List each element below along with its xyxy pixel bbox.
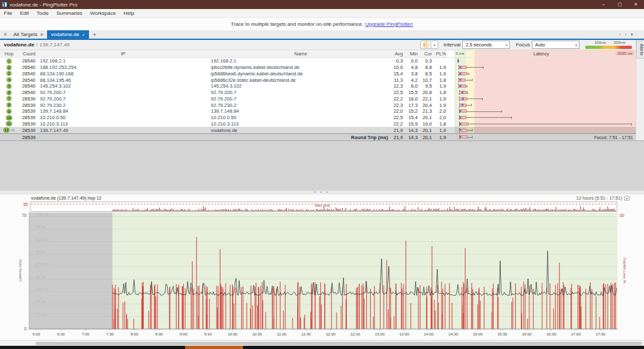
- table-row[interactable]: 112853910.210.3.11310.210.3.11322,215,51…: [0, 121, 636, 127]
- scrollbar-thumb[interactable]: [35, 342, 642, 345]
- min-cell: 15,2: [404, 108, 418, 114]
- avg-cell: 12,3: [392, 83, 404, 89]
- latency-max-whisker: [465, 80, 472, 80]
- ip-address: 188.192.253.254: [40, 64, 76, 70]
- tab-all-targets[interactable]: All Targets ✕: [10, 30, 47, 39]
- table-row[interactable]: 72853992.79.200.792.79.200.722,216,022,1…: [0, 96, 636, 102]
- svg-text:13:00: 13:00: [375, 332, 385, 336]
- menu-item-tools[interactable]: Tools: [33, 9, 53, 18]
- pause-dropdown[interactable]: ▾: [431, 41, 438, 49]
- table-row[interactable]: 12ılı28539139.7.147.49vodafone.de21,914,…: [0, 127, 636, 133]
- upgrade-link[interactable]: Upgrade PingPlotter!: [366, 21, 413, 27]
- hop-number-badge: 2: [6, 65, 12, 70]
- name-cell: 92.79.230.2: [210, 102, 392, 108]
- timeline-chart[interactable]: 35Jitter (ms)7,5 ms15 ms22,5 ms30 ms37,5…: [0, 202, 644, 340]
- name-cell: 145.254.3.102: [210, 83, 392, 89]
- latency-max-label: 2065 ms: [616, 51, 634, 55]
- menu-item-workspace[interactable]: Workspace: [86, 9, 120, 18]
- ip-address: 88.134.190.166: [40, 71, 73, 77]
- col-min[interactable]: Min: [404, 50, 418, 57]
- timeline-range-label: 12 hours (5:51 - 17:51): [576, 196, 622, 200]
- col-count[interactable]: Count: [18, 50, 37, 57]
- table-row[interactable]: 128540192.168.2.1192.168.2.10,30,00,3×: [0, 58, 636, 64]
- graph-shown-icon: ılı: [11, 128, 15, 132]
- close-button[interactable]: ✕: [628, 0, 644, 9]
- hop-cell: 8: [0, 102, 18, 108]
- name-cell: 10.210.3.113: [210, 121, 392, 127]
- latency-graph-cell: ×: [447, 58, 636, 64]
- tab-overflow-icon[interactable]: ▾: [629, 32, 635, 37]
- col-hop[interactable]: Hop: [0, 50, 18, 57]
- pause-button[interactable]: [420, 41, 431, 49]
- tab-bar: ≡ All Targets ✕ vodafone.de ✓ + ‹ › ▾: [0, 30, 644, 40]
- svg-text:15:30: 15:30: [498, 332, 508, 336]
- alerts-tab[interactable]: Alerts: [636, 41, 644, 59]
- horizontal-scrollbar[interactable]: [0, 340, 644, 346]
- latency-max-whisker: [469, 124, 631, 124]
- new-tab-button[interactable]: +: [89, 32, 100, 38]
- menu-item-file[interactable]: File: [0, 9, 16, 18]
- menu-item-summaries[interactable]: Summaries: [52, 9, 86, 18]
- table-row[interactable]: 62854092.79.200.792.79.200.722,515,520,8…: [0, 90, 636, 96]
- focus-select[interactable]: Auto ▾: [532, 41, 580, 49]
- host-name: 145.254.3.102: [211, 83, 242, 89]
- table-footer-row: 28539 Round Trip (ms) 21,9 14,3 20,1 1,9…: [0, 133, 636, 140]
- svg-text:7:30: 7:30: [106, 332, 114, 336]
- tab-vodafone[interactable]: vodafone.de ✓: [47, 30, 89, 39]
- col-cur[interactable]: Cur: [418, 50, 433, 57]
- min-cell: 6,0: [404, 83, 418, 89]
- menu-item-help[interactable]: Help: [120, 9, 138, 18]
- tab-scroll-right-icon[interactable]: ›: [623, 32, 629, 37]
- packetloss-cell: 1,9: [433, 64, 447, 70]
- interval-select[interactable]: 2,5 seconds ▾: [462, 41, 510, 49]
- ip-address: 139.7.148.84: [40, 108, 68, 114]
- svg-text:10:00: 10:00: [228, 332, 238, 336]
- table-row[interactable]: 928539139.7.148.84139.7.148.8422,015,221…: [0, 108, 636, 115]
- name-cell: vodafone.de: [210, 127, 392, 133]
- col-name[interactable]: Name: [210, 50, 392, 57]
- svg-text:11:30: 11:30: [302, 332, 311, 336]
- table-row[interactable]: 102853910.210.0.5010.210.0.5022,515,420,…: [0, 115, 636, 121]
- table-row[interactable]: 528540145.254.3.102145.254.3.10212,36,09…: [0, 83, 636, 90]
- ip-cell: 192.168.2.1: [37, 58, 210, 64]
- footer-pl: 1,9: [433, 135, 447, 140]
- menu-item-edit[interactable]: Edit: [16, 9, 33, 18]
- ip-cell: 145.254.3.102: [37, 83, 210, 89]
- hop-number-badge: 5: [6, 84, 12, 89]
- table-row[interactable]: 82853992.79.230.292.79.230.222,317,320,4…: [0, 102, 636, 108]
- chevron-down-icon: ▾: [506, 43, 510, 47]
- count-cell: 28540: [18, 58, 37, 64]
- table-row[interactable]: 42854088.134.195.46ip5886c32e.static.kab…: [0, 77, 636, 83]
- ip-cell: 10.210.3.113: [37, 121, 210, 127]
- name-cell: ip5886c32e.static.kabel-deutschland.de: [210, 77, 392, 83]
- col-ip[interactable]: IP: [37, 50, 210, 57]
- tab-close-icon[interactable]: ✕: [40, 32, 43, 37]
- table-row[interactable]: 228540188.192.253.254ipbcc0fdfe.dynamic.…: [0, 64, 636, 71]
- ip-cell: 92.79.230.2: [37, 102, 210, 108]
- latency-graph-cell: ×: [447, 115, 636, 121]
- cur-cell: 10,7: [418, 77, 433, 83]
- host-name: 10.210.0.50: [211, 115, 237, 120]
- hop-number-badge: 11: [6, 121, 12, 126]
- cur-cell: 20,1: [418, 127, 433, 133]
- cur-cell: 20,4: [418, 102, 433, 108]
- ip-address: 192.168.2.1: [40, 58, 66, 64]
- maximize-button[interactable]: ▢: [612, 0, 628, 9]
- col-avg[interactable]: Avg: [392, 50, 404, 57]
- timeline-panel: vodafone.de (139.7.147.49) hop 12 12 hou…: [0, 194, 644, 340]
- taskbar-strip: [0, 346, 644, 349]
- tab-scroll-left-icon[interactable]: ‹: [618, 32, 623, 37]
- col-pl[interactable]: PL%: [433, 50, 447, 57]
- table-row[interactable]: 32854088.134.190.166ip5886bea6.dynamic.k…: [0, 71, 636, 77]
- svg-text:Latency (ms): Latency (ms): [18, 259, 22, 282]
- timeline-range-dropdown[interactable]: ▾: [624, 196, 630, 201]
- current-sample-marker: ×: [459, 77, 462, 82]
- minimize-button[interactable]: –: [596, 0, 612, 9]
- hop-number-badge: 6: [6, 90, 12, 95]
- tab-list-icon[interactable]: ≡: [0, 32, 10, 37]
- svg-text:45 ms: 45 ms: [35, 250, 46, 254]
- current-sample-marker: ×: [459, 115, 462, 120]
- count-cell: 28539: [18, 115, 37, 120]
- min-cell: 14,3: [404, 127, 418, 133]
- current-sample-marker: ×: [459, 71, 462, 77]
